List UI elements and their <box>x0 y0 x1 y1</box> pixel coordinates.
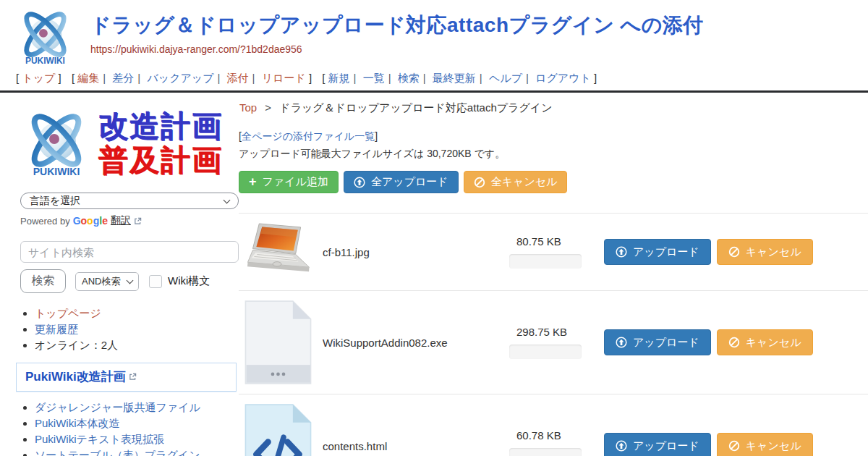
language-select[interactable]: 言語を選択 <box>20 193 239 209</box>
sidebar-site-box: PukiWiki改造計画 <box>16 363 237 392</box>
sidebar-item-top-page[interactable]: トップページ <box>35 307 101 319</box>
external-link-icon <box>134 217 142 225</box>
file-size: 60.78 KB <box>509 429 595 442</box>
external-link-icon <box>129 373 137 381</box>
cancel-all-button[interactable]: 全キャンセル <box>464 171 568 193</box>
sidebar-link-list-bottom: ダジャレンジャー版共通ファイル PukiWiki本体改造 PukiWikiテキス… <box>20 400 239 456</box>
site-search-input[interactable] <box>20 241 239 263</box>
file-name: WikiSupportAddin082.exe <box>323 337 509 349</box>
cancel-button[interactable]: キャンセル <box>717 329 813 355</box>
page-title: ドラッグ＆ドロップアップロード対応attachプラグイン への添付 <box>90 14 868 37</box>
nav-backup[interactable]: バックアップ <box>147 72 213 84</box>
translate-link[interactable]: 翻訳 <box>111 214 131 227</box>
file-name: cf-b11.jpg <box>323 246 509 258</box>
upload-circle-icon <box>354 177 365 188</box>
upload-circle-icon <box>616 246 627 258</box>
nav-search[interactable]: 検索 <box>398 72 420 84</box>
atom-logo-icon: PUKIWIKI <box>20 106 93 181</box>
laptop-photo-thumbnail <box>243 221 315 282</box>
list-item: 更新履歴 <box>35 322 239 337</box>
sidebar-item-core-mod[interactable]: PukiWiki本体改造 <box>35 417 120 429</box>
ban-icon <box>474 177 485 188</box>
main-content: Top > ドラッグ＆ドロップアップロード対応attachプラグイン [全ページ… <box>239 93 868 456</box>
breadcrumb-home-link[interactable]: Top <box>239 101 257 114</box>
plus-icon: + <box>249 175 257 188</box>
upload-all-button[interactable]: 全アップロード <box>344 171 459 193</box>
chevron-down-icon <box>127 276 134 284</box>
nav-help[interactable]: ヘルプ <box>489 72 522 84</box>
upload-circle-icon <box>616 440 627 452</box>
google-logo: Google <box>73 215 108 227</box>
sidebar-item-sort-table[interactable]: ソートテーブル（表）プラグイン <box>35 449 200 456</box>
file-row: contents.html 60.78 KB アップロード <box>239 394 868 456</box>
ban-icon <box>728 337 740 348</box>
sidebar-banner[interactable]: PUKIWIKI 改造計画 普及計画 <box>20 106 239 181</box>
top-navigation: [ トップ ] [ 編集| 差分| バックアップ| 添付| リロード ] [ 新… <box>0 70 868 88</box>
pukiwiki-kaizou-link[interactable]: PukiWiki改造計画 <box>25 370 126 384</box>
cancel-button[interactable]: キャンセル <box>717 239 813 265</box>
breadcrumb-current: ドラッグ＆ドロップアップロード対応attachプラグイン <box>279 101 552 114</box>
wiki-syntax-checkbox[interactable] <box>149 275 162 288</box>
file-row: WikiSupportAddin082.exe 298.75 KB アップロード <box>239 290 868 394</box>
logo-wordmark: PUKIWIKI <box>33 166 80 177</box>
nav-diff[interactable]: 差分 <box>112 72 134 84</box>
nav-list[interactable]: 一覧 <box>363 72 385 84</box>
upload-progress-bar <box>509 254 582 269</box>
pukiwiki-logo[interactable]: PUKIWIKI <box>14 4 76 72</box>
nav-attach[interactable]: 添付 <box>227 72 249 84</box>
search-mode-select[interactable]: AND検索 <box>75 272 139 291</box>
sidebar-item-common-files[interactable]: ダジャレンジャー版共通ファイル <box>35 401 200 413</box>
upload-progress-bar <box>509 345 582 359</box>
max-filesize-info: アップロード可能最大ファイルサイズは 30,720KB です。 <box>239 146 868 161</box>
upload-button[interactable]: アップロード <box>604 329 711 355</box>
attach-list-line: [全ページの添付ファイル一覧] <box>239 130 868 143</box>
nav-logout[interactable]: ログアウト <box>535 72 591 84</box>
code-file-icon <box>243 403 313 456</box>
upload-file-list: cf-b11.jpg 80.75 KB アップロード <box>239 213 868 456</box>
upload-button[interactable]: アップロード <box>604 433 711 456</box>
atom-logo-icon: PUKIWIKI <box>14 4 76 69</box>
list-item: ソートテーブル（表）プラグイン <box>35 448 239 456</box>
nav-reload[interactable]: リロード <box>262 72 306 84</box>
ban-icon <box>728 440 740 452</box>
upload-button[interactable]: アップロード <box>604 239 711 265</box>
banner-line2: 普及計画 <box>98 143 223 177</box>
wiki-syntax-label: Wiki構文 <box>168 274 210 288</box>
file-row: cf-b11.jpg 80.75 KB アップロード <box>239 213 868 290</box>
banner-line1: 改造計画 <box>98 109 223 143</box>
all-attachments-link[interactable]: 全ページの添付ファイル一覧 <box>242 130 375 142</box>
google-translate-attribution: Powered by Google 翻訳 <box>20 214 239 227</box>
list-item: ダジャレンジャー版共通ファイル <box>35 400 239 415</box>
search-button[interactable]: 検索 <box>20 269 66 293</box>
list-item: PukiWikiテキスト表現拡張 <box>35 432 239 447</box>
nav-edit[interactable]: 編集 <box>77 72 99 84</box>
online-status: オンライン：2人 <box>35 339 118 351</box>
sidebar: PUKIWIKI 改造計画 普及計画 言語を選択 Powered by Goog… <box>0 93 239 456</box>
upload-circle-icon <box>616 337 627 348</box>
page-header: PUKIWIKI ドラッグ＆ドロップアップロード対応attachプラグイン への… <box>0 0 868 70</box>
logo-wordmark: PUKIWIKI <box>25 56 65 66</box>
add-files-button[interactable]: + ファイル追加 <box>239 171 339 193</box>
list-item: オンライン：2人 <box>35 338 239 352</box>
chevron-down-icon <box>224 196 231 203</box>
cancel-button[interactable]: キャンセル <box>717 433 813 456</box>
upload-progress-bar <box>509 448 582 456</box>
upload-toolbar: + ファイル追加 全アップロード 全キャンセル <box>239 171 868 193</box>
nav-top[interactable]: トップ <box>22 72 55 84</box>
sidebar-item-text-ext[interactable]: PukiWikiテキスト表現拡張 <box>35 433 164 445</box>
list-item: トップページ <box>35 306 239 321</box>
file-size: 80.75 KB <box>509 235 595 248</box>
page-url-link[interactable]: https://pukiwiki.dajya-ranger.com/?1bd2d… <box>90 43 302 55</box>
list-item: PukiWiki本体改造 <box>35 416 239 431</box>
nav-new[interactable]: 新規 <box>328 72 350 84</box>
sidebar-item-update-history[interactable]: 更新履歴 <box>35 323 78 335</box>
breadcrumb: Top > ドラッグ＆ドロップアップロード対応attachプラグイン <box>239 101 868 115</box>
file-size: 298.75 KB <box>509 326 595 338</box>
generic-file-icon <box>243 300 313 385</box>
ban-icon <box>728 246 740 258</box>
sidebar-link-list-top: トップページ 更新履歴 オンライン：2人 <box>20 306 239 352</box>
nav-recent[interactable]: 最終更新 <box>433 72 476 84</box>
file-name: contents.html <box>323 440 509 452</box>
